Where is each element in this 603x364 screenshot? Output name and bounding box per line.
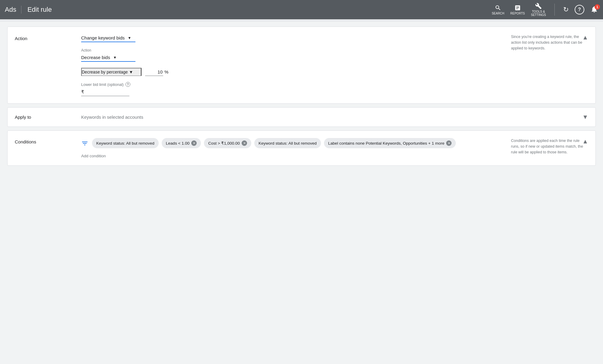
decrease-bids-dropdown[interactable]: Decrease bids ▼ (81, 54, 135, 62)
lower-bid-input-row: ₹ (81, 88, 129, 96)
decrease-bids-label: Decrease bids (81, 55, 110, 60)
action-card-body: Change keyword bids ▼ Action Decrease bi… (81, 34, 504, 96)
conditions-body: Keyword status: All but removed Leads < … (81, 138, 504, 158)
action-section-label: Action (15, 34, 81, 96)
conditions-label: Conditions (15, 138, 81, 158)
decrease-by-percentage-dropdown[interactable]: Decrease by percentage ▼ (81, 68, 141, 76)
lower-bid-input[interactable] (85, 89, 122, 95)
search-nav-button[interactable]: SEARCH (492, 5, 504, 15)
add-condition-button[interactable]: Add condition (81, 154, 504, 158)
conditions-side: Conditions are applied each time the rul… (504, 138, 588, 158)
main-content: Action Change keyword bids ▼ Action Decr… (0, 22, 603, 171)
tag-keyword-status-2: Keyword status: All but removed (254, 138, 321, 148)
notification-badge: 1 (595, 4, 600, 10)
action-card-side: Since you're creating a keyword rule, th… (504, 34, 588, 96)
tag-leads-close-button[interactable]: ✕ (191, 140, 197, 146)
conditions-side-text: Conditions are applied each time the rul… (511, 138, 588, 155)
tag-cost: Cost > ₹1,000.00 ✕ (204, 138, 251, 148)
topnav-icons: SEARCH REPORTS TOOLS & SETTINGS ↻ ? 1 (492, 3, 598, 17)
action-card: Action Change keyword bids ▼ Action Decr… (7, 27, 596, 104)
change-keyword-bids-dropdown[interactable]: Change keyword bids ▼ (81, 34, 135, 42)
tag-label-close-button[interactable]: ✕ (446, 140, 452, 146)
reports-nav-button[interactable]: REPORTS (510, 5, 525, 15)
tag-label-contains: Label contains none Potential Keywords, … (324, 138, 456, 148)
notification-button[interactable]: 1 (590, 5, 598, 14)
percentage-input-wrap: % (145, 68, 168, 76)
tags-area: Keyword status: All but removed Leads < … (92, 138, 456, 148)
page-separator (0, 19, 603, 22)
lower-bid-help-icon[interactable]: ? (125, 82, 130, 87)
search-nav-label: SEARCH (492, 12, 504, 15)
decrease-by-row: Decrease by percentage ▼ % (81, 68, 504, 76)
dropdown-arrow-icon: ▼ (128, 36, 131, 40)
tag-keyword-status-1: Keyword status: All but removed (92, 138, 159, 148)
tag-cost-text: Cost > ₹1,000.00 (208, 141, 240, 146)
filter-icon (81, 140, 88, 149)
tag-label-contains-text: Label contains none Potential Keywords, … (328, 141, 444, 146)
apply-to-card-inner: Apply to Keywords in selected accounts ▼ (8, 108, 595, 127)
percentage-symbol: % (164, 69, 168, 74)
topnav: Ads Edit rule SEARCH REPORTS TOOLS & SET… (0, 0, 603, 19)
lower-bid-label-text: Lower bid limit (optional) (81, 82, 124, 87)
decrease-bids-arrow-icon: ▼ (113, 55, 117, 60)
page-title: Edit rule (27, 6, 492, 14)
apply-to-chevron-icon[interactable]: ▼ (582, 114, 588, 121)
apply-to-card: Apply to Keywords in selected accounts ▼ (7, 107, 596, 127)
tools-nav-label: TOOLS & SETTINGS (531, 10, 546, 17)
nav-divider (554, 4, 555, 16)
change-keyword-bids-label: Change keyword bids (81, 35, 125, 40)
sub-action-label: Action (81, 48, 504, 52)
tag-keyword-status-1-text: Keyword status: All but removed (96, 141, 154, 146)
filter-and-tags: Keyword status: All but removed Leads < … (81, 138, 504, 149)
tag-keyword-status-2-text: Keyword status: All but removed (259, 141, 317, 146)
action-collapse-button[interactable]: ▲ (582, 34, 588, 41)
conditions-card: Conditions Keyword status: All but remov… (7, 130, 596, 166)
sub-action-section: Action Decrease bids ▼ (81, 48, 504, 62)
tag-leads: Leads < 1.00 ✕ (162, 138, 201, 148)
tag-cost-close-button[interactable]: ✕ (242, 140, 247, 146)
lower-bid-label-row: Lower bid limit (optional) ? (81, 82, 504, 87)
tools-nav-button[interactable]: TOOLS & SETTINGS (531, 3, 546, 17)
decrease-by-percentage-label: Decrease by percentage (82, 70, 128, 74)
tag-leads-text: Leads < 1.00 (166, 141, 189, 146)
decrease-by-arrow-icon: ▼ (129, 70, 133, 74)
reports-nav-label: REPORTS (510, 12, 525, 15)
refresh-button[interactable]: ↻ (563, 6, 569, 14)
lower-bid-limit-row: Lower bid limit (optional) ? ₹ (81, 82, 504, 96)
main-action-dropdown-row: Change keyword bids ▼ (81, 34, 504, 42)
conditions-card-inner: Conditions Keyword status: All but remov… (8, 131, 595, 165)
rupee-symbol: ₹ (81, 89, 84, 95)
action-side-text: Since you're creating a keyword rule, th… (511, 34, 588, 51)
conditions-collapse-button[interactable]: ▲ (582, 138, 588, 145)
percentage-input[interactable] (145, 68, 163, 76)
apply-to-label: Apply to (15, 115, 81, 120)
apply-to-value: Keywords in selected accounts (81, 115, 582, 120)
help-button[interactable]: ? (575, 5, 584, 14)
brand-logo: Ads (5, 6, 21, 14)
